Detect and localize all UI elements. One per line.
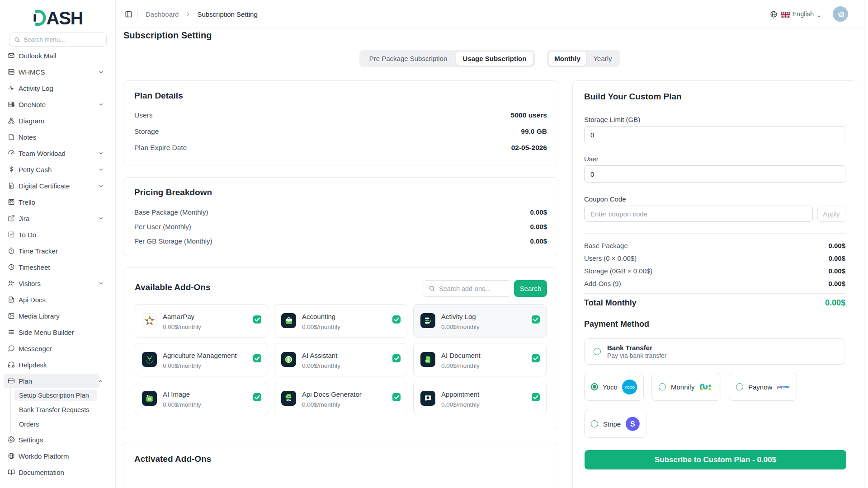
svg-text:API: API bbox=[288, 396, 290, 398]
svg-text:ASH: ASH bbox=[47, 9, 83, 27]
svg-text:YOCO: YOCO bbox=[624, 385, 635, 389]
svg-text:paynow: paynow bbox=[777, 385, 789, 389]
svg-text:S: S bbox=[630, 420, 635, 428]
svg-text:AI: AI bbox=[426, 360, 428, 362]
